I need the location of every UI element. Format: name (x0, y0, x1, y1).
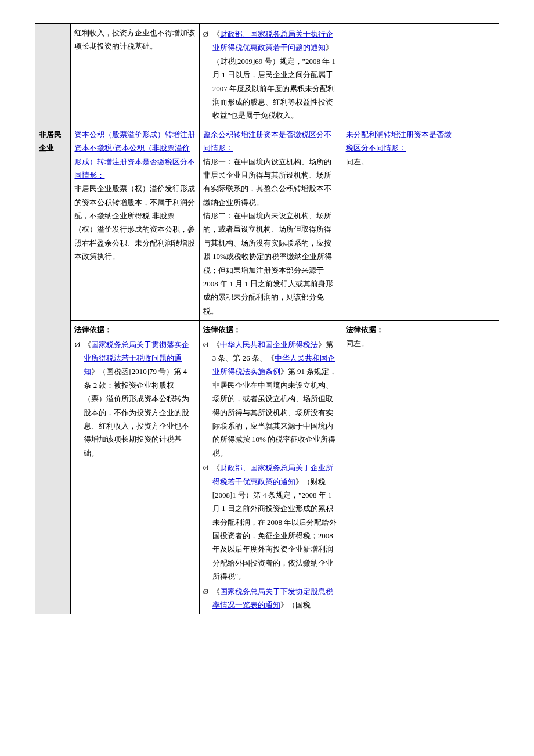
cell-r1-c (342, 24, 456, 125)
text: 情形一：在中国境内设立机构、场所的非居民企业且所得与其所设机构、场所有实际联系的… (203, 155, 338, 210)
section-heading: 法律依据： (203, 323, 338, 336)
cell-r2-d (456, 125, 499, 320)
law-link[interactable]: 国家税务总局关于下发协定股息税率情况一览表的通知 (212, 587, 333, 609)
bullet-icon: Ø (74, 338, 84, 351)
law-link[interactable]: 财政部、国家税务总局关于执行企业所得税优惠政策若干问题的通知 (212, 30, 333, 52)
cell-r3-a: 法律依据： Ø 《国家税务总局关于贯彻落实企业所得税法若干税收问题的通知》（国税… (71, 321, 199, 614)
text: 同左。 (346, 337, 453, 350)
bullet-text: 《财政部、国家税务总局关于执行企业所得税优惠政策若干问题的通知》（财税[2009… (212, 27, 338, 123)
table-row: 法律依据： Ø 《国家税务总局关于贯彻落实企业所得税法若干税收问题的通知》（国税… (35, 321, 499, 614)
bullet-icon: Ø (203, 27, 212, 41)
row-label-empty (35, 24, 71, 125)
policy-link[interactable]: 未分配利润转增注册资本是否缴税区分不同情形： (346, 130, 452, 152)
policy-link[interactable]: 资本公积（股票溢价形成）转增注册资本不缴税/资本公积（非股票溢价形成）转增注册资… (74, 130, 195, 179)
law-link[interactable]: 中华人民共和国企业所得税法 (220, 340, 318, 349)
table-row: 非居民企业 资本公积（股票溢价形成）转增注册资本不缴税/资本公积（非股票溢价形成… (35, 125, 499, 320)
section-heading: 法律依据： (346, 323, 453, 336)
cell-r1-a: 红利收入，投资方企业也不得增加该项长期投资的计税基础。 (71, 24, 199, 125)
bullet-item: Ø 《财政部、国家税务总局关于执行企业所得税优惠政策若干问题的通知》（财税[20… (203, 27, 338, 123)
page-container: 红利收入，投资方企业也不得增加该项长期投资的计税基础。 Ø 《财政部、国家税务总… (0, 0, 534, 638)
cell-r1-b: Ø 《财政部、国家税务总局关于执行企业所得税优惠政策若干问题的通知》（财税[20… (199, 24, 342, 125)
text: （财税[2008]1 号）第 4 条规定，"2008 年 1 月 1 日之前外商… (212, 477, 337, 581)
text: 情形二：在中国境内未设立机构、场所的，或者虽设立机构、场所但取得所得与其机构、场… (203, 209, 338, 318)
bullet-text: 《国家税务总局关于贯彻落实企业所得税法若干税收问题的通知》（国税函[2010]7… (84, 338, 195, 460)
bullet-item: Ø 《国家税务总局关于贯彻落实企业所得税法若干税收问题的通知》（国税函[2010… (74, 338, 195, 460)
table-row: 红利收入，投资方企业也不得增加该项长期投资的计税基础。 Ø 《财政部、国家税务总… (35, 24, 499, 125)
bullet-item: Ø 《国家税务总局关于下发协定股息税率情况一览表的通知》（国税 (203, 585, 338, 612)
text: （国税函[2010]79 号）第 4 条 2 款：被投资企业将股权（票）溢价所形… (84, 367, 189, 457)
bullet-text: 《中华人民共和国企业所得税法》第 3 条、第 26 条、《中华人民共和国企业所得… (212, 338, 338, 460)
cell-r3-d (456, 321, 499, 614)
text: （国税 (288, 600, 311, 609)
cell-r2-c: 未分配利润转增注册资本是否缴税区分不同情形： 同左。 (342, 125, 456, 320)
bullet-icon: Ø (203, 338, 212, 351)
bullet-icon: Ø (203, 461, 212, 474)
bullet-item: Ø 《财政部、国家税务总局关于企业所得税若干优惠政策的通知》（财税[2008]1… (203, 461, 338, 584)
cell-r3-b: 法律依据： Ø 《中华人民共和国企业所得税法》第 3 条、第 26 条、《中华人… (199, 321, 342, 614)
cell-r3-c: 法律依据： 同左。 (342, 321, 456, 614)
bullet-text: 《国家税务总局关于下发协定股息税率情况一览表的通知》（国税 (212, 585, 338, 612)
text: 红利收入，投资方企业也不得增加该项长期投资的计税基础。 (74, 28, 195, 51)
cell-r2-a: 资本公积（股票溢价形成）转增注册资本不缴税/资本公积（非股票溢价形成）转增注册资… (71, 125, 199, 320)
policy-link[interactable]: 盈余公积转增注册资本是否缴税区分不同情形： (203, 130, 331, 152)
text: 第 91 条规定，非居民企业在中国境内未设立机构、场所的，或者虽设立机构、场所但… (212, 367, 337, 457)
cell-r2-b: 盈余公积转增注册资本是否缴税区分不同情形： 情形一：在中国境内设立机构、场所的非… (199, 125, 342, 320)
label-text: 非居民企业 (39, 130, 62, 152)
row-label: 非居民企业 (35, 125, 71, 614)
text: （财税[2009]69 号）规定，"2008 年 1 月 1 日以后，居民企业之… (212, 57, 335, 120)
section-heading: 法律依据： (74, 323, 195, 336)
text: 同左。 (346, 155, 453, 168)
tax-table: 红利收入，投资方企业也不得增加该项长期投资的计税基础。 Ø 《财政部、国家税务总… (35, 23, 499, 614)
bullet-icon: Ø (203, 585, 212, 598)
bullet-text: 《财政部、国家税务总局关于企业所得税若干优惠政策的通知》（财税[2008]1 号… (212, 461, 338, 584)
cell-r1-d (456, 24, 499, 125)
text: 非居民企业股票（权）溢价发行形成的资本公积转增股本，不属于利润分配，不缴纳企业所… (74, 182, 195, 263)
bullet-item: Ø 《中华人民共和国企业所得税法》第 3 条、第 26 条、《中华人民共和国企业… (203, 338, 338, 460)
